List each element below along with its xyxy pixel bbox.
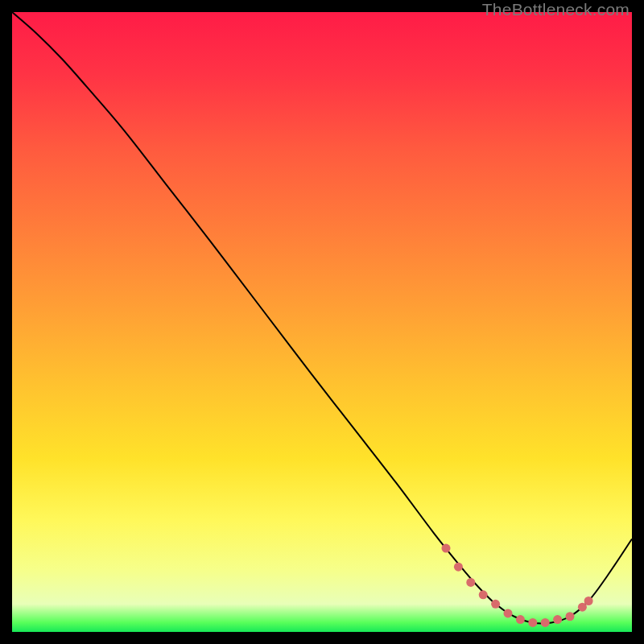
marker-dot [516,615,525,624]
marker-dot [528,618,537,627]
marker-dot [491,600,500,609]
marker-dot [584,597,593,605]
marker-dot [504,609,513,617]
marker-dot [479,590,488,599]
bottleneck-chart [12,12,632,632]
marker-dot [541,618,550,627]
marker-dot [466,578,475,587]
marker-dot [553,615,562,624]
marker-dot [442,544,451,553]
gradient-background [12,12,632,632]
marker-dot [454,563,463,572]
watermark-text: TheBottleneck.com [482,0,630,19]
marker-dot [566,612,575,621]
chart-frame [12,12,632,632]
